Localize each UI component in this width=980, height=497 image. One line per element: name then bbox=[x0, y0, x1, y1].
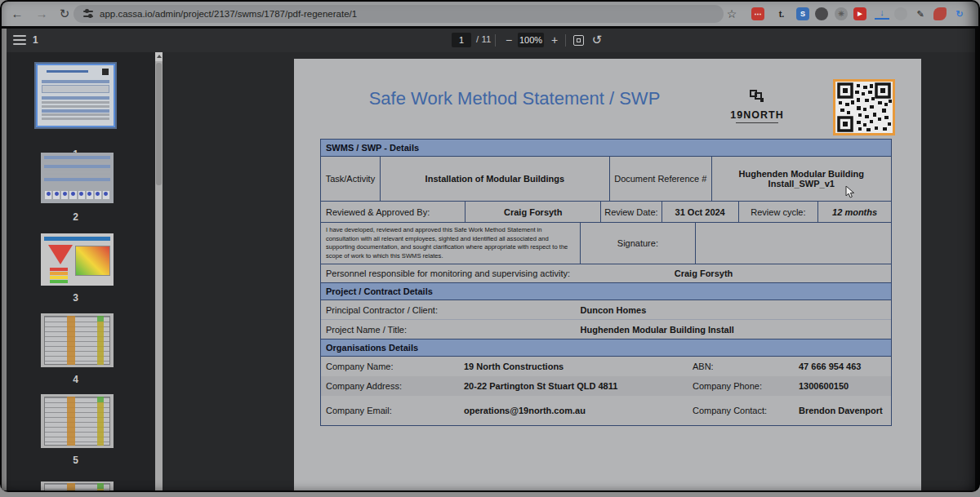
scroll-up-icon[interactable] bbox=[155, 52, 163, 61]
page-indicator: 1 bbox=[33, 34, 38, 46]
table-row: Project Name / Title: Hughenden Modular … bbox=[321, 320, 891, 339]
red-animal-extension-icon[interactable] bbox=[933, 7, 947, 21]
project-name-value: Hughenden Modular Building Install bbox=[581, 320, 734, 339]
signature-field bbox=[696, 223, 891, 264]
company-phone-label: Company Phone: bbox=[693, 376, 762, 396]
task-activity-label: Task/Activity bbox=[321, 157, 381, 201]
page-thumbnail-5[interactable] bbox=[41, 394, 114, 448]
section-header-project: Project / Contract Details bbox=[321, 283, 891, 300]
address-bar[interactable]: app.cassa.io/admin/project/2137/swms/178… bbox=[74, 5, 724, 23]
page-number-input[interactable]: 1 bbox=[452, 33, 471, 47]
company-contact-value: Brendon Davenport bbox=[799, 396, 883, 425]
company-contact-label: Company Contact: bbox=[693, 396, 767, 425]
abn-label: ABN: bbox=[693, 357, 714, 376]
qr-code[interactable] bbox=[833, 79, 895, 135]
mouse-cursor bbox=[845, 186, 855, 199]
principal-contractor-label: Principal Contractor / Client: bbox=[321, 300, 438, 319]
review-date-value: 31 Oct 2024 bbox=[662, 202, 739, 222]
screenshot-root: ← → ↻ app.cassa.io/admin/project/2137/sw… bbox=[0, 0, 980, 497]
s-extension-icon[interactable]: S bbox=[795, 7, 810, 21]
company-email-value: operations@19north.com.au bbox=[464, 396, 586, 425]
logo-tagline-rule bbox=[736, 122, 778, 124]
reviewed-by-value: Craig Forsyth bbox=[466, 202, 601, 222]
fit-page-icon[interactable] bbox=[573, 35, 584, 46]
reload-icon[interactable]: ↻ bbox=[56, 5, 74, 23]
zoom-in-button[interactable]: + bbox=[547, 33, 562, 47]
thumbnail-label: 3 bbox=[36, 292, 115, 304]
thumbnail-label: 4 bbox=[36, 374, 115, 385]
page-thumbnail-4[interactable] bbox=[41, 313, 114, 367]
rotate-icon[interactable]: ↺ bbox=[590, 33, 604, 47]
toolbar-divider bbox=[565, 34, 566, 47]
thumbnail-label: 2 bbox=[36, 211, 115, 223]
sidebar-scrollbar[interactable] bbox=[155, 52, 163, 490]
youtube-extension-icon[interactable]: ▶ bbox=[853, 7, 867, 21]
page-total-label: / 11 bbox=[476, 34, 491, 44]
personnel-value: Craig Forsyth bbox=[675, 264, 733, 282]
company-phone-value: 1300600150 bbox=[799, 376, 849, 396]
qr-pattern bbox=[835, 82, 893, 133]
pen-extension-icon[interactable]: ✎ bbox=[913, 7, 928, 21]
table-row: Reviewed & Approved By: Craig Forsyth Re… bbox=[321, 202, 891, 223]
review-cycle-label: Review cycle: bbox=[739, 202, 819, 222]
site-info-icon[interactable] bbox=[83, 10, 93, 18]
personnel-label: Personnel responsible for monitoring and… bbox=[321, 264, 570, 282]
doc-reference-value: Hughenden Modular Building Install_SWP_v… bbox=[712, 157, 891, 201]
bookmark-star-icon[interactable]: ☆ bbox=[724, 7, 739, 21]
section-header-organisations: Organisations Details bbox=[321, 339, 891, 357]
pdf-toolbar: 1 1 / 11 − 100% + ↺ bbox=[7, 29, 975, 52]
table-row: Company Email: operations@19north.com.au… bbox=[321, 396, 891, 425]
company-name-label: Company Name: bbox=[321, 357, 464, 376]
thumbnail-label: 5 bbox=[36, 455, 115, 466]
zoom-out-button[interactable]: − bbox=[501, 33, 516, 47]
camera-extension-icon[interactable] bbox=[814, 7, 829, 21]
document-title: Safe Work Method Statement / SWP bbox=[294, 88, 735, 109]
blue-swirl-extension-icon[interactable]: ↻ bbox=[952, 7, 967, 21]
url-text[interactable]: app.cassa.io/admin/project/2137/swms/178… bbox=[100, 5, 357, 23]
declaration-text: I have developed, reviewed and approved … bbox=[321, 223, 581, 264]
toolbar-divider bbox=[495, 34, 496, 47]
section-header-swms: SWMS / SWP - Details bbox=[321, 140, 891, 157]
logo-mark-icon bbox=[748, 90, 766, 105]
back-icon[interactable]: ← bbox=[8, 5, 26, 23]
zoom-level-input[interactable]: 100% bbox=[518, 33, 544, 47]
page-thumbnail-6[interactable] bbox=[41, 481, 114, 490]
doc-reference-label: Document Reference # bbox=[610, 157, 712, 201]
wheel-extension-icon[interactable]: ✳ bbox=[834, 7, 849, 21]
table-row: Task/Activity Installation of Modular Bu… bbox=[321, 157, 891, 202]
browser-toolbar: ← → ↻ app.cassa.io/admin/project/2137/sw… bbox=[2, 2, 978, 26]
company-email-label: Company Email: bbox=[321, 396, 464, 425]
swms-details-table: SWMS / SWP - Details Task/Activity Insta… bbox=[320, 139, 892, 426]
page-thumbnail-3[interactable] bbox=[41, 233, 114, 286]
thumbnail-sidebar: 1 2 3 bbox=[7, 52, 155, 490]
red-dots-extension-icon[interactable]: ⋯ bbox=[751, 7, 765, 21]
pdf-page: Safe Work Method Statement / SWP 19NORTH bbox=[294, 59, 921, 490]
principal-contractor-value: Duncon Homes bbox=[581, 300, 647, 319]
project-name-label: Project Name / Title: bbox=[321, 320, 407, 339]
task-activity-value: Installation of Modular Buildings bbox=[381, 157, 610, 201]
company-name-value: 19 North Constructions bbox=[464, 357, 564, 376]
table-row: Principal Contractor / Client: Duncon Ho… bbox=[321, 300, 891, 320]
page-thumbnail-1[interactable] bbox=[36, 64, 115, 127]
pdf-viewer: 1 2 3 bbox=[7, 52, 975, 490]
t-extension-icon[interactable]: t. bbox=[774, 7, 789, 21]
reviewed-by-label: Reviewed & Approved By: bbox=[321, 202, 466, 222]
download-extension-icon[interactable]: ↓ bbox=[875, 7, 889, 20]
forward-icon[interactable]: → bbox=[33, 5, 51, 23]
table-row: I have developed, reviewed and approved … bbox=[321, 223, 891, 264]
logo-text: 19NORTH bbox=[728, 109, 786, 121]
table-row: Company Name: 19 North Constructions ABN… bbox=[321, 357, 891, 376]
review-cycle-value: 12 months bbox=[818, 202, 891, 222]
table-row: Company Address: 20-22 Partington St Stu… bbox=[321, 376, 891, 396]
page-thumbnail-2[interactable] bbox=[41, 153, 114, 203]
browser-window: ← → ↻ app.cassa.io/admin/project/2137/sw… bbox=[0, 0, 980, 492]
scrollbar-thumb[interactable] bbox=[156, 63, 162, 185]
abn-value: 47 666 954 463 bbox=[799, 357, 861, 376]
company-logo: 19NORTH bbox=[728, 90, 786, 124]
sidebar-toggle-icon[interactable] bbox=[13, 35, 26, 46]
company-address-value: 20-22 Partington St Stuart QLD 4811 bbox=[464, 376, 617, 396]
review-date-label: Review Date: bbox=[601, 202, 662, 222]
company-address-label: Company Address: bbox=[321, 376, 464, 396]
circle-extension-icon[interactable] bbox=[893, 7, 908, 21]
table-row: Personnel responsible for monitoring and… bbox=[321, 264, 891, 283]
